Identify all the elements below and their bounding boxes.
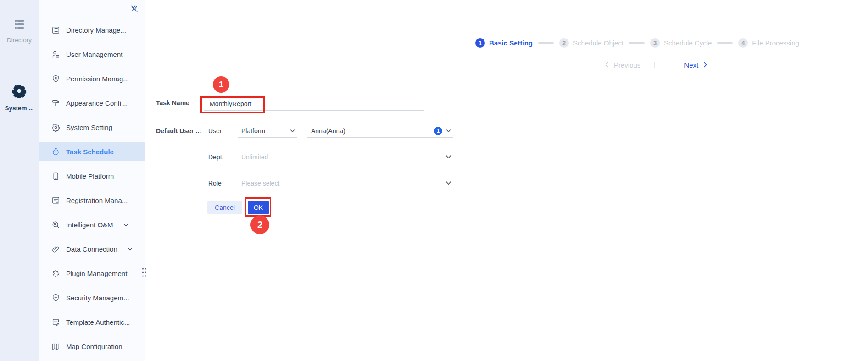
task-schedule-page: { "rail": { "items": [ { "label": "Direc… [0,0,868,361]
user-type-select[interactable]: Platform [238,124,297,138]
step-label: Schedule Object [573,39,623,47]
rail-label-directory: Directory [0,37,39,44]
role-placeholder: Please select [238,180,279,187]
task-name-field [204,97,424,111]
user-type-value: Platform [238,127,265,135]
ok-button[interactable]: OK [248,201,269,214]
sidebar-item-registration-management[interactable]: Registration Mana... [39,188,145,213]
task-name-input[interactable] [204,100,424,107]
sidebar-item-system-setting[interactable]: System Setting [39,115,145,140]
unpin-icon[interactable] [129,4,139,14]
plugin-management-icon [51,269,60,278]
sidebar-item-label: System Setting [66,124,112,131]
annotation-marker-1: 1 [213,76,229,93]
sidebar-item-label: Map Configuration [66,343,122,350]
task-schedule-icon [51,147,60,156]
sidebar-item-data-connection[interactable]: Data Connection [39,237,145,261]
template-authentication-icon [51,318,60,327]
chevron-down-icon [445,127,452,134]
sidebar-item-security-management[interactable]: Security Managem... [39,286,145,310]
rail-item-system[interactable]: System ... [0,84,39,112]
sidebar-item-label: Directory Manage... [66,26,126,34]
sidebar-menu: Directory Manage... User Management [39,18,145,359]
user-selected-value: Anna(Anna) [307,127,345,135]
registration-management-icon [51,196,60,205]
system-setting-icon [51,123,60,132]
user-select[interactable]: Anna(Anna) 1 [307,124,453,138]
security-management-icon [51,293,60,302]
step-basic-setting: 1 Basic Setting [475,38,533,48]
step-label: Basic Setting [489,39,533,47]
dept-sublabel: Dept. [208,153,223,161]
step-number-badge: 1 [475,38,485,48]
user-sublabel: User [208,127,222,135]
sidebar-item-intelligent-om[interactable]: Intelligent O&M [39,213,145,237]
map-configuration-icon [51,342,60,351]
sidebar-item-label: Appearance Confi... [66,99,127,107]
rail-label-system: System ... [0,105,39,112]
sidebar-item-task-schedule[interactable]: Task Schedule [39,140,145,164]
chevron-down-icon [445,180,452,186]
step-schedule-cycle: 3 Schedule Cycle [650,38,712,48]
step-connector [629,42,645,44]
sidebar-item-user-management[interactable]: User Management [39,42,145,67]
step-label: Schedule Cycle [664,39,712,47]
step-file-processing: 4 File Processing [738,38,799,48]
module-rail: Directory System ... [0,0,39,361]
step-connector [717,42,733,44]
step-number-badge: 3 [650,38,660,48]
selected-count-badge: 1 [434,127,442,135]
permission-management-icon [51,74,60,83]
sidebar-item-template-authentication[interactable]: Template Authentic... [39,310,145,334]
previous-label: Previous [614,61,640,69]
step-number-badge: 4 [738,38,748,48]
sidebar-item-map-configuration[interactable]: Map Configuration [39,334,145,359]
intelligent-om-icon [51,220,60,229]
chevron-down-icon [123,222,129,228]
sidebar-item-plugin-management[interactable]: Plugin Management [39,261,145,286]
rail-item-directory[interactable]: Directory [0,18,39,44]
cancel-button[interactable]: Cancel [207,201,242,214]
sidebar-item-label: Intelligent O&M [66,221,113,229]
sidebar-item-label: Template Authentic... [66,318,130,326]
default-user-label: Default User ... [156,127,201,135]
sidebar-item-label: Plugin Management [66,270,127,277]
previous-button[interactable]: Previous [604,61,640,69]
dept-select[interactable]: Unlimited [238,150,453,164]
step-connector [538,42,554,44]
sidebar-item-label: Data Connection [66,245,117,253]
chevron-left-icon [604,62,610,68]
sidebar-item-label: Permission Manag... [66,75,129,83]
chevron-down-icon [127,246,133,252]
sidebar-item-mobile-platform[interactable]: Mobile Platform [39,164,145,188]
sidebar-resize-handle[interactable] [141,266,148,278]
role-sublabel: Role [208,180,222,187]
chevron-right-icon [702,62,708,68]
directory-management-icon [51,26,60,34]
nav-divider [654,62,655,68]
step-label: File Processing [752,39,799,47]
chevron-down-icon [445,153,452,160]
sidebar-item-label: Registration Mana... [66,197,128,204]
annotation-marker-2: 2 [250,215,269,234]
sidebar-item-label: Mobile Platform [66,172,114,180]
system-gear-icon [12,84,27,98]
data-connection-icon [51,245,60,254]
sidebar-item-directory-management[interactable]: Directory Manage... [39,18,145,42]
sidebar-item-permission-management[interactable]: Permission Manag... [39,67,145,91]
next-label: Next [684,61,698,69]
user-management-icon [51,50,60,59]
appearance-config-icon [51,99,60,107]
sidebar-item-label: User Management [66,51,122,58]
mobile-platform-icon [51,172,60,180]
role-select[interactable]: Please select [238,176,453,190]
directory-list-icon [13,18,26,30]
sidebar-item-appearance-config[interactable]: Appearance Confi... [39,91,145,115]
wizard-nav: Previous Next [604,60,708,69]
sidebar: Directory Manage... User Management [39,0,145,361]
next-button[interactable]: Next [684,61,708,69]
step-number-badge: 2 [559,38,569,48]
chevron-down-icon [289,127,296,134]
step-schedule-object: 2 Schedule Object [559,38,623,48]
sidebar-item-label: Security Managem... [66,294,129,302]
